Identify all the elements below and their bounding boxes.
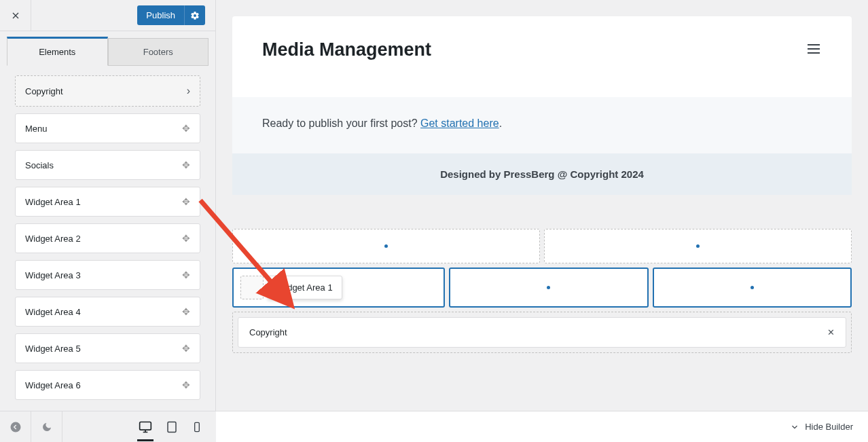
move-icon[interactable]: ✥ — [182, 343, 190, 354]
device-tablet-button[interactable] — [164, 415, 179, 439]
builder-rows: Widget Area 1 Copyright ✕ — [232, 229, 852, 353]
builder-cell[interactable] — [544, 229, 852, 263]
builder-row-1 — [232, 229, 852, 263]
hamburger-menu-button[interactable] — [806, 41, 822, 60]
svg-point-0 — [10, 422, 20, 432]
desktop-icon — [139, 420, 152, 434]
publish-group: Publish — [137, 5, 205, 25]
sidebar-footer — [0, 411, 216, 442]
element-label: Widget Area 2 — [25, 234, 81, 244]
builder-cell[interactable] — [653, 268, 852, 308]
device-mobile-button[interactable] — [190, 415, 204, 439]
element-widget-area-2[interactable]: Widget Area 2 ✥ — [15, 223, 200, 253]
element-label: Widget Area 4 — [25, 307, 81, 317]
element-widget-area-1[interactable]: Widget Area 1 ✥ — [15, 187, 200, 217]
preview-content: Ready to publish your first post? Get st… — [232, 97, 852, 154]
device-group — [137, 415, 204, 439]
sidebar: Publish Elements Footers Copyright › Men… — [0, 0, 216, 442]
move-icon[interactable]: ✥ — [182, 306, 190, 317]
chevron-right-icon: › — [187, 85, 190, 97]
element-socials[interactable]: Socials ✥ — [15, 150, 200, 180]
gear-icon — [190, 11, 200, 20]
hide-builder-button[interactable]: Hide Builder — [790, 422, 853, 432]
svg-rect-2 — [168, 422, 176, 432]
element-label: Widget Area 3 — [25, 270, 81, 280]
content-text: Ready to publish your first post? Get st… — [232, 117, 852, 130]
page-title: Media Management — [262, 39, 431, 60]
element-label: Socials — [25, 160, 54, 170]
copyright-widget[interactable]: Copyright ✕ — [238, 317, 846, 348]
element-menu[interactable]: Menu ✥ — [15, 113, 200, 143]
tab-footers[interactable]: Footers — [108, 38, 209, 66]
close-icon — [10, 10, 21, 21]
arrow-left-circle-icon — [10, 421, 22, 433]
device-desktop-button[interactable] — [137, 415, 153, 441]
sidebar-tabs: Elements Footers — [0, 31, 215, 66]
builder-row-2: Widget Area 1 — [232, 268, 852, 308]
move-icon[interactable]: ✥ — [182, 196, 190, 207]
builder-cell[interactable] — [449, 268, 648, 308]
hamburger-icon — [806, 41, 822, 57]
publish-settings-button[interactable] — [184, 5, 205, 25]
builder-cell-drop-target[interactable]: Widget Area 1 — [232, 268, 445, 308]
drop-ghost — [240, 276, 264, 299]
element-widget-area-6[interactable]: Widget Area 6 ✥ — [15, 370, 200, 400]
element-label: Widget Area 5 — [25, 344, 81, 354]
dragged-widget-chip[interactable]: Widget Area 1 — [268, 276, 342, 299]
mobile-icon — [192, 422, 202, 432]
hide-builder-label: Hide Builder — [805, 422, 853, 432]
sidebar-header: Publish — [0, 0, 215, 31]
element-widget-area-3[interactable]: Widget Area 3 ✥ — [15, 260, 200, 290]
close-button[interactable] — [0, 0, 31, 31]
element-widget-area-4[interactable]: Widget Area 4 ✥ — [15, 297, 200, 327]
dark-mode-button[interactable] — [31, 411, 62, 443]
element-label: Widget Area 1 — [25, 197, 81, 207]
tab-elements[interactable]: Elements — [7, 37, 108, 66]
move-icon[interactable]: ✥ — [182, 123, 190, 134]
moon-icon — [41, 422, 52, 432]
move-icon[interactable]: ✥ — [182, 233, 190, 244]
element-label: Copyright — [25, 86, 63, 96]
back-button[interactable] — [0, 411, 31, 443]
element-label: Menu — [25, 124, 48, 134]
copyright-widget-label: Copyright — [249, 327, 287, 337]
chevron-down-icon — [790, 422, 799, 432]
move-icon[interactable]: ✥ — [182, 160, 190, 170]
preview-body: Media Management Ready to publish your f… — [232, 16, 852, 195]
dot-icon — [547, 286, 550, 289]
builder-cell[interactable] — [232, 229, 540, 263]
svg-rect-1 — [140, 422, 151, 430]
element-label: Widget Area 6 — [25, 380, 81, 390]
builder-row-3: Copyright ✕ — [232, 312, 852, 353]
move-icon[interactable]: ✥ — [182, 270, 190, 280]
preview-area: Media Management Ready to publish your f… — [216, 0, 868, 411]
dot-icon — [696, 244, 700, 248]
preview-header: Media Management — [262, 39, 822, 60]
tablet-icon — [166, 421, 178, 433]
move-icon[interactable]: ✥ — [182, 380, 190, 390]
bottom-bar: Hide Builder — [216, 411, 868, 442]
elements-list: Copyright › Menu ✥ Socials ✥ Widget Area… — [0, 66, 215, 416]
dot-icon — [384, 244, 388, 248]
publish-button[interactable]: Publish — [137, 5, 184, 25]
dot-icon — [751, 286, 754, 289]
element-widget-area-5[interactable]: Widget Area 5 ✥ — [15, 333, 200, 363]
element-copyright[interactable]: Copyright › — [15, 75, 200, 107]
get-started-link[interactable]: Get started here — [420, 117, 499, 129]
preview-footer-bar: Designed by PressBerg @ Copyright 2024 — [232, 153, 852, 195]
remove-widget-button[interactable]: ✕ — [827, 327, 835, 337]
svg-rect-4 — [195, 422, 200, 431]
